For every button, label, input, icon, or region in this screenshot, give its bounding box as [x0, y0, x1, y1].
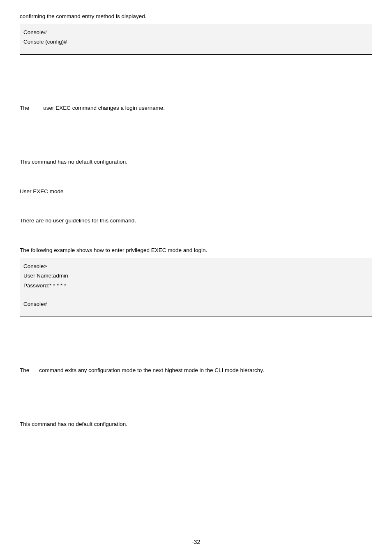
desc-prefix: The [20, 367, 29, 373]
example-intro-text: The following example shows how to enter… [20, 246, 372, 254]
code-line: Console (config)# [23, 38, 369, 46]
code-box-2: Console> User Name:admin Password:* * * … [20, 258, 372, 317]
code-line: Password:* * * * * [23, 282, 369, 290]
code-line: Console# [23, 300, 369, 308]
desc-rest: user EXEC command changes a login userna… [43, 105, 165, 111]
page-number: -32 [0, 538, 392, 546]
user-guidelines-text: There are no user guidelines for this co… [20, 217, 372, 225]
exit-default-text: This command has no default configuratio… [20, 420, 372, 428]
desc-prefix: The [20, 105, 29, 111]
desc-rest: command exits any configuration mode to … [39, 367, 264, 373]
code-line: Console# [23, 28, 369, 37]
exit-description: Thecommand exits any configuration mode … [20, 366, 372, 375]
code-box-1: Console# Console (config)# [20, 24, 372, 55]
code-line: Console> [23, 262, 369, 271]
code-line: User Name:admin [23, 272, 369, 280]
login-description: Theuser EXEC command changes a login use… [20, 104, 372, 112]
intro-text: confirming the command entry method is d… [20, 12, 372, 21]
command-mode-text: User EXEC mode [20, 187, 372, 196]
default-config-text: This command has no default configuratio… [20, 158, 372, 166]
